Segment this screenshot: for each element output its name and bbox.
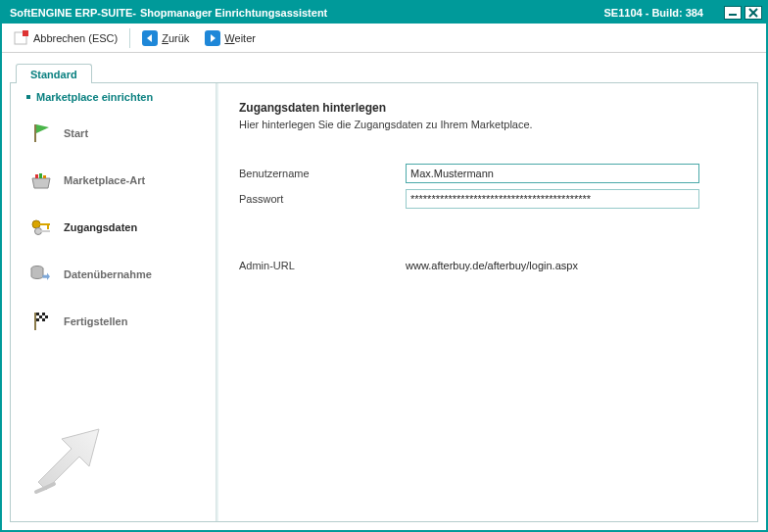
step-credentials-label: Zugangsdaten [64,221,137,233]
svg-rect-10 [43,175,46,178]
titlebar: SoftENGINE ERP-SUITE - Shopmanager Einri… [2,2,766,24]
keys-icon [28,215,54,240]
svg-rect-4 [23,30,28,36]
svg-rect-7 [34,124,36,142]
toolbar: Abbrechen (ESC) Zurük Weiter [2,24,766,53]
database-transfer-icon [28,262,54,287]
cancel-label: Abbrechen (ESC) [33,32,118,44]
next-button[interactable]: Weiter [199,27,262,49]
cancel-icon [14,30,29,46]
svg-rect-24 [42,318,45,321]
minimize-button[interactable] [724,6,742,20]
step-data-import[interactable]: Datenübernahme [21,252,212,297]
svg-rect-15 [40,230,50,232]
back-label: Zurük [162,32,189,44]
app-window: SoftENGINE ERP-SUITE - Shopmanager Einri… [0,0,768,532]
tabstrip: Standard [10,59,758,82]
svg-rect-0 [729,14,737,16]
bullet-icon [26,95,30,99]
cancel-button[interactable]: Abbrechen (ESC) [8,27,123,49]
tab-standard[interactable]: Standard [16,64,92,83]
svg-rect-8 [35,174,38,178]
basket-icon [28,168,54,193]
toolbar-divider [129,28,130,48]
svg-rect-21 [39,315,42,318]
password-input[interactable] [406,189,699,209]
main-heading: Zugangsdaten hinterlegen [239,101,736,115]
minimize-icon [728,9,738,17]
svg-rect-12 [38,223,50,225]
row-username: Benutzername [239,164,736,183]
row-admin-url: Admin-URL www.afterbuy.de/afterbuy/login… [239,260,736,271]
body: Standard Marketplace einrichten Start [2,53,766,530]
main-content: Zugangsdaten hinterlegen Hier hinterlege… [216,83,757,521]
svg-rect-20 [42,313,45,315]
svg-marker-5 [147,34,152,42]
back-button[interactable]: Zurük [136,27,195,49]
arrow-left-icon [142,30,158,46]
step-credentials[interactable]: Zugangsdaten [21,205,212,250]
svg-rect-9 [39,173,42,178]
arrow-right-icon [205,30,220,46]
svg-marker-6 [211,34,216,42]
title-sep: - [132,7,136,19]
window-title: Shopmanager Einrichtungsassistent [140,7,327,19]
svg-rect-13 [47,225,49,229]
close-icon [748,8,758,18]
app-name: SoftENGINE ERP-SUITE [10,7,132,19]
wizard-steps: Start Marketplace-Art Zugangsdaten [21,111,212,344]
step-data-import-label: Datenübernahme [64,268,152,280]
label-password: Passwort [239,193,406,205]
sidebar-heading-label: Marketplace einrichten [36,91,153,103]
svg-rect-17 [34,313,36,330]
build-label: SE1104 - Build: 384 [604,7,704,19]
step-start[interactable]: Start [21,111,212,156]
sidebar-heading: Marketplace einrichten [21,91,212,111]
svg-rect-22 [45,315,48,318]
label-username: Benutzername [239,168,406,179]
admin-url-link[interactable]: www.afterbuy.de/afterbuy/login.aspx [406,260,578,271]
svg-rect-23 [36,318,39,321]
label-admin-url: Admin-URL [239,260,406,271]
username-input[interactable] [406,164,699,183]
step-finish-label: Fertigstellen [64,315,127,327]
sidebar: Marketplace einrichten Start Marketplace… [11,83,216,521]
svg-rect-19 [36,313,39,315]
close-button[interactable] [744,6,762,20]
row-password: Passwort [239,189,736,209]
step-finish[interactable]: Fertigstellen [21,299,212,344]
flag-green-icon [28,121,54,146]
step-marketplace-type[interactable]: Marketplace-Art [21,158,212,203]
flag-checkered-icon [28,309,54,334]
step-start-label: Start [64,127,88,139]
panel: Marketplace einrichten Start Marketplace… [10,82,758,522]
main-subheading: Hier hinterlegen Sie die Zugangsdaten zu… [239,119,736,130]
hint-arrow-icon [21,402,212,513]
next-label: Weiter [224,32,256,44]
step-marketplace-type-label: Marketplace-Art [64,174,145,186]
